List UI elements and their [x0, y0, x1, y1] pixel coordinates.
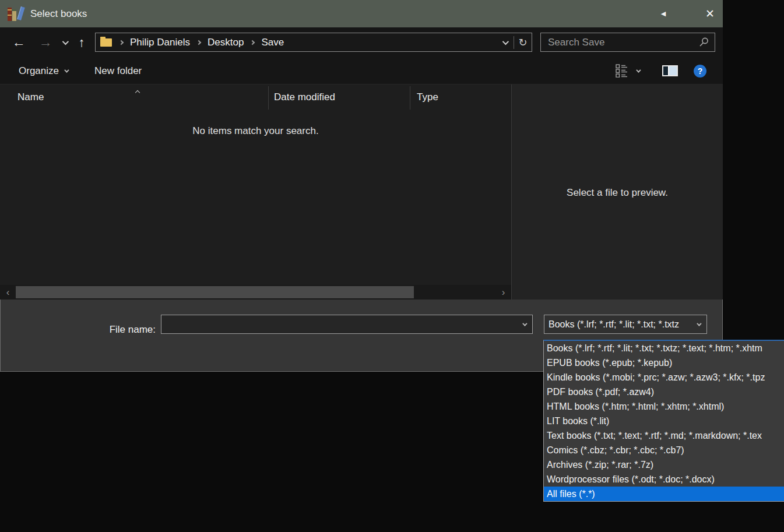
file-type-option-selected[interactable]: All files (*.*) [544, 487, 784, 501]
file-type-combobox[interactable]: Books (*.lrf; *.rtf; *.lit; *.txt; *.txt… [544, 315, 707, 334]
preview-placeholder-text: Select a file to preview. [512, 187, 723, 199]
select-books-dialog: Select books ◀ ✕ ← → ↑ Philip Daniels De… [0, 0, 723, 372]
organize-button[interactable]: Organize [19, 57, 68, 84]
command-bar: Organize New folder ? [0, 57, 723, 84]
new-folder-button[interactable]: New folder [94, 57, 142, 84]
forward-button[interactable]: → [35, 27, 56, 57]
new-folder-label: New folder [94, 65, 142, 77]
up-button[interactable]: ↑ [72, 27, 91, 57]
scrollbar-thumb[interactable] [16, 286, 414, 298]
file-name-label: File name: [1, 320, 156, 339]
file-type-value: Books (*.lrf; *.rtf; *.lit; *.txt; *.txt… [544, 319, 690, 330]
main-area: Name Date modified Type No items match y… [0, 84, 723, 300]
column-header-name[interactable]: Name [17, 84, 44, 110]
search-icon[interactable] [699, 37, 709, 47]
file-type-option[interactable]: Text books (*.txt; *.text; *.rtf; *.md; … [544, 428, 784, 443]
file-name-input[interactable] [161, 319, 516, 330]
sort-ascending-icon [136, 86, 139, 97]
list-view-icon [616, 64, 630, 77]
refresh-button[interactable]: ↻ [514, 33, 532, 51]
close-button[interactable]: ✕ [697, 0, 723, 27]
address-dropdown-button[interactable] [496, 33, 514, 51]
chevron-down-icon [64, 68, 69, 72]
file-type-option[interactable]: PDF books (*.pdf; *.azw4) [544, 385, 784, 399]
breadcrumb-chevron-icon[interactable] [195, 41, 202, 44]
help-icon: ? [694, 65, 706, 77]
preview-pane-icon [662, 65, 678, 76]
column-header-date-modified[interactable]: Date modified [274, 84, 335, 110]
column-header-type[interactable]: Type [417, 84, 438, 110]
titlebar-collapse-icon[interactable]: ◀ [658, 0, 669, 27]
refresh-icon: ↻ [518, 36, 527, 49]
empty-state-text: No items match your search. [0, 125, 511, 137]
scroll-right-button[interactable]: › [495, 285, 511, 300]
breadcrumb-chevron-icon[interactable] [118, 41, 125, 44]
file-type-option[interactable]: Archives (*.zip; *.rar; *.7z) [544, 457, 784, 472]
file-type-option[interactable]: HTML books (*.htm; *.html; *.xhtm; *.xht… [544, 399, 784, 414]
recent-locations-button[interactable] [58, 27, 71, 57]
breadcrumb-item-save[interactable]: Save [256, 37, 289, 48]
breadcrumb-chevron-icon[interactable] [249, 41, 256, 44]
title-bar: Select books ◀ ✕ [0, 0, 723, 27]
breadcrumb-item-desktop[interactable]: Desktop [202, 37, 249, 48]
navigation-bar: ← → ↑ Philip Daniels Desktop Save ↻ [0, 27, 723, 57]
chevron-down-icon [522, 321, 527, 326]
breadcrumb-item-user[interactable]: Philip Daniels [125, 37, 195, 48]
horizontal-scrollbar[interactable]: ‹ › [0, 285, 511, 300]
file-type-option[interactable]: Wordprocessor files (*.odt; *.doc; *.doc… [544, 472, 784, 487]
help-button[interactable]: ? [694, 57, 706, 84]
file-type-option[interactable]: EPUB books (*.epub; *.kepub) [544, 355, 784, 370]
chevron-down-icon [636, 68, 641, 72]
file-type-option[interactable]: Kindle books (*.mobi; *.prc; *.azw; *.az… [544, 370, 784, 385]
chevron-down-icon [502, 38, 509, 44]
chevron-down-icon [62, 38, 69, 44]
preview-pane-button[interactable] [662, 57, 678, 84]
column-divider[interactable] [268, 86, 269, 110]
preview-pane: Select a file to preview. [512, 84, 723, 300]
file-type-dropdown-list: Books (*.lrf; *.rtf; *.lit; *.txt; *.txt… [543, 340, 784, 502]
column-divider[interactable] [410, 86, 410, 110]
back-button[interactable]: ← [8, 27, 29, 57]
scroll-left-button[interactable]: ‹ [0, 285, 16, 300]
address-bar[interactable]: Philip Daniels Desktop Save ↻ [95, 33, 532, 52]
change-view-button[interactable] [616, 57, 639, 84]
search-box [540, 33, 715, 52]
file-type-option[interactable]: LIT books (*.lit) [544, 414, 784, 428]
organize-label: Organize [19, 65, 59, 77]
file-list-pane: Name Date modified Type No items match y… [0, 84, 511, 300]
folder-icon [100, 38, 112, 47]
file-type-option[interactable]: Books (*.lrf; *.rtf; *.lit; *.txt; *.txt… [544, 341, 784, 355]
books-app-icon [7, 6, 24, 22]
window-title: Select books [30, 8, 87, 20]
chevron-down-icon [690, 323, 706, 326]
file-name-combobox [161, 315, 533, 334]
search-input[interactable] [541, 37, 693, 48]
file-type-option[interactable]: Comics (*.cbz; *.cbr; *.cbc; *.cb7) [544, 443, 784, 457]
file-name-dropdown-button[interactable] [516, 323, 532, 326]
